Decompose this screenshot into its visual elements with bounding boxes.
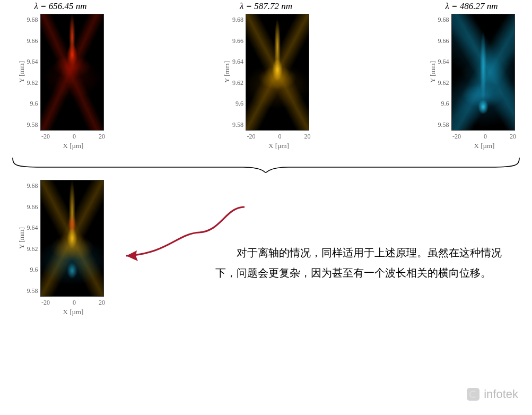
- heatmap-image: [40, 14, 104, 131]
- x-tick: 20: [510, 133, 516, 141]
- x-tick: -20: [247, 133, 256, 141]
- chart-title: λ = 486.27 nm: [445, 1, 498, 12]
- watermark: infotek: [467, 387, 518, 401]
- y-axis-label: Y [mm]: [18, 61, 26, 83]
- x-area: -20 0 20 X [µm]: [452, 131, 516, 150]
- x-ticks: -20 0 20: [247, 133, 311, 141]
- chart-title: λ = 587.72 nm: [240, 1, 292, 12]
- bottom-row: Y [mm] 9.68 9.66 9.64 9.62 9.6 9.58 -20 …: [0, 180, 532, 316]
- y-tick: 9.6: [438, 100, 449, 107]
- chart-yellow: λ = 587.72 nm Y [mm] 9.68 9.66 9.64 9.62…: [222, 1, 311, 150]
- y-tick: 9.66: [27, 38, 38, 44]
- x-tick: -20: [41, 133, 50, 141]
- diffraction-pattern-icon: [41, 14, 103, 130]
- y-tick: 9.62: [27, 246, 38, 252]
- x-ticks: -20 0 20: [41, 299, 105, 307]
- y-tick: 9.64: [438, 58, 449, 65]
- y-tick: 9.68: [438, 16, 449, 23]
- x-tick: 0: [484, 133, 487, 141]
- y-tick: 9.6: [27, 100, 38, 107]
- y-ticks: 9.68 9.66 9.64 9.62 9.6 9.58: [27, 16, 38, 128]
- y-axis-label: Y [mm]: [223, 61, 231, 83]
- y-tick: 9.64: [27, 224, 38, 231]
- y-ticks: 9.68 9.66 9.64 9.62 9.6 9.58: [27, 183, 38, 294]
- y-tick: 9.58: [232, 122, 243, 128]
- plot-area: Y [mm] 9.68 9.66 9.64 9.62 9.6 9.58: [18, 180, 104, 297]
- y-tick: 9.58: [27, 288, 38, 294]
- y-tick: 9.64: [27, 58, 38, 65]
- y-tick: 9.62: [27, 80, 38, 86]
- x-axis-label: X [µm]: [474, 142, 495, 150]
- chart-red: λ = 656.45 nm Y [mm] 9.68 9.66 9.64 9.62…: [16, 1, 105, 150]
- heatmap-image: [40, 180, 104, 297]
- x-axis-label: X [µm]: [63, 308, 84, 316]
- top-chart-row: λ = 656.45 nm Y [mm] 9.68 9.66 9.64 9.62…: [0, 1, 532, 150]
- y-axis-label: Y [mm]: [429, 61, 437, 83]
- diffraction-pattern-icon: [246, 14, 309, 130]
- heatmap-image: [451, 14, 515, 131]
- x-area: -20 0 20 X [µm]: [41, 131, 105, 150]
- y-tick: 9.68: [232, 16, 243, 23]
- y-tick: 9.6: [27, 266, 38, 273]
- x-tick: -20: [41, 299, 50, 307]
- y-tick: 9.66: [232, 38, 243, 44]
- plot-area: Y [mm] 9.68 9.66 9.64 9.62 9.6 9.58: [223, 14, 309, 131]
- x-tick: 20: [99, 299, 105, 307]
- wechat-icon: [467, 388, 479, 401]
- x-area: -20 0 20 X [µm]: [41, 297, 105, 316]
- y-tick: 9.58: [438, 122, 449, 128]
- x-tick: 0: [278, 133, 282, 141]
- chart-title: λ = 656.45 nm: [34, 1, 86, 12]
- plot-area: Y [mm] 9.68 9.66 9.64 9.62 9.6 9.58: [429, 14, 515, 131]
- x-axis-label: X [µm]: [268, 142, 289, 150]
- x-tick: 20: [99, 133, 105, 141]
- y-ticks: 9.68 9.66 9.64 9.62 9.6 9.58: [438, 16, 449, 128]
- diffraction-pattern-icon: [452, 14, 514, 130]
- y-tick: 9.66: [27, 204, 38, 210]
- x-area: -20 0 20 X [µm]: [247, 131, 311, 150]
- y-tick: 9.68: [27, 16, 38, 23]
- y-tick: 9.58: [27, 122, 38, 128]
- x-ticks: -20 0 20: [452, 133, 516, 141]
- x-axis-label: X [µm]: [63, 142, 84, 150]
- x-ticks: -20 0 20: [41, 133, 105, 141]
- x-tick: -20: [452, 133, 461, 141]
- y-tick: 9.62: [438, 80, 449, 86]
- y-tick: 9.6: [232, 100, 243, 107]
- x-tick: 0: [73, 299, 76, 307]
- chart-cyan: λ = 486.27 nm Y [mm] 9.68 9.66 9.64 9.62…: [427, 1, 516, 150]
- y-axis-label: Y [mm]: [18, 227, 26, 249]
- y-tick: 9.66: [438, 38, 449, 44]
- body-paragraph: 对于离轴的情况，同样适用于上述原理。虽然在这种情况下，问题会更复杂，因为甚至有一…: [215, 243, 512, 283]
- chart-combined: Y [mm] 9.68 9.66 9.64 9.62 9.6 9.58 -20 …: [16, 180, 105, 316]
- grouping-brace-icon: [10, 155, 522, 174]
- plot-area: Y [mm] 9.68 9.66 9.64 9.62 9.6 9.58: [18, 14, 104, 131]
- y-tick: 9.64: [232, 58, 243, 65]
- diffraction-pattern-icon: [41, 180, 103, 296]
- x-tick: 20: [304, 133, 311, 141]
- y-ticks: 9.68 9.66 9.64 9.62 9.6 9.58: [232, 16, 243, 128]
- x-tick: 0: [73, 133, 76, 141]
- y-tick: 9.62: [232, 80, 243, 86]
- y-tick: 9.68: [27, 183, 38, 189]
- heatmap-image: [246, 14, 309, 131]
- watermark-text: infotek: [484, 387, 518, 401]
